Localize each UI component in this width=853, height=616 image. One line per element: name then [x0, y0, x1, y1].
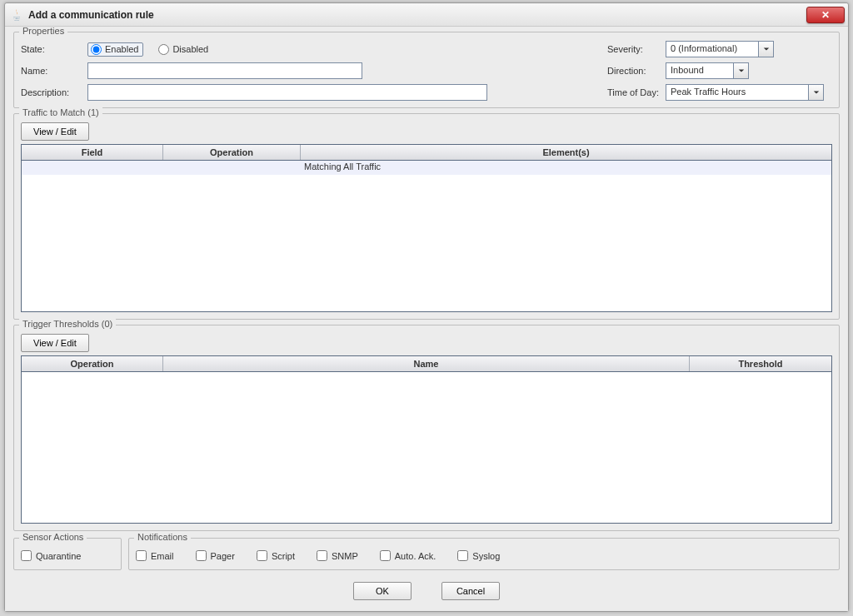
- direction-select[interactable]: Inbound: [666, 62, 749, 79]
- severity-dropdown-arrow[interactable]: [758, 42, 773, 57]
- chevron-down-icon: [813, 89, 820, 96]
- titlebar: Add a communication rule ✕: [5, 3, 848, 27]
- sensor-actions-group: Sensor Actions Quarantine: [13, 538, 122, 570]
- table-row[interactable]: Matching All Traffic: [22, 161, 831, 175]
- traffic-col-operation[interactable]: Operation: [163, 145, 301, 160]
- email-input[interactable]: [136, 550, 147, 561]
- dialog-window: Add a communication rule ✕ Properties St…: [4, 2, 849, 612]
- syslog-label: Syslog: [472, 551, 500, 561]
- client-area: Properties State: Enabled Disabled Sever…: [5, 27, 848, 611]
- notifications-group: Notifications Email Pager Script: [128, 538, 840, 570]
- quarantine-label: Quarantine: [36, 551, 81, 561]
- quarantine-checkbox[interactable]: Quarantine: [21, 550, 114, 561]
- state-disabled-label: Disabled: [172, 44, 208, 54]
- notifications-legend: Notifications: [134, 532, 191, 542]
- email-label: Email: [151, 551, 174, 561]
- timeofday-value: Peak Traffic Hours: [666, 85, 808, 100]
- chevron-down-icon: [763, 46, 770, 52]
- traffic-view-edit-button[interactable]: View / Edit: [21, 122, 89, 141]
- cell-field: [22, 161, 163, 174]
- trigger-table-body[interactable]: [22, 372, 831, 523]
- cell-elements: Matching All Traffic: [301, 161, 831, 174]
- script-checkbox[interactable]: Script: [257, 550, 295, 561]
- close-icon: ✕: [821, 10, 830, 20]
- window-title: Add a communication rule: [28, 9, 806, 21]
- trigger-table: Operation Name Threshold: [21, 355, 832, 524]
- name-input[interactable]: [87, 62, 362, 79]
- ok-button[interactable]: OK: [353, 582, 412, 600]
- description-label: Description:: [21, 87, 87, 97]
- bottom-row: Sensor Actions Quarantine Notifications …: [13, 538, 840, 575]
- traffic-legend: Traffic to Match (1): [19, 107, 102, 117]
- java-icon: [10, 8, 23, 22]
- snmp-label: SNMP: [332, 551, 358, 561]
- close-button[interactable]: ✕: [806, 7, 845, 23]
- traffic-table-header: Field Operation Element(s): [22, 145, 831, 161]
- properties-group: Properties State: Enabled Disabled Sever…: [13, 32, 840, 108]
- properties-legend: Properties: [19, 27, 67, 36]
- traffic-col-elements[interactable]: Element(s): [301, 145, 831, 160]
- email-checkbox[interactable]: Email: [136, 550, 174, 561]
- autoack-label: Auto. Ack.: [395, 551, 436, 561]
- autoack-input[interactable]: [380, 550, 391, 561]
- chevron-down-icon: [738, 67, 745, 74]
- trigger-view-edit-button[interactable]: View / Edit: [21, 334, 89, 352]
- state-disabled-radio[interactable]: Disabled: [158, 44, 208, 55]
- traffic-col-field[interactable]: Field: [22, 145, 163, 160]
- script-input[interactable]: [257, 550, 267, 561]
- traffic-table: Field Operation Element(s) Matching All …: [21, 144, 832, 312]
- traffic-table-body[interactable]: Matching All Traffic: [22, 161, 831, 311]
- traffic-group: Traffic to Match (1) View / Edit Field O…: [13, 113, 840, 320]
- cancel-button[interactable]: Cancel: [441, 582, 500, 600]
- syslog-checkbox[interactable]: Syslog: [457, 550, 500, 561]
- syslog-input[interactable]: [457, 550, 468, 561]
- pager-label: Pager: [211, 551, 235, 561]
- notifications-row: Email Pager Script SNMP: [136, 550, 832, 561]
- cell-operation: [163, 161, 301, 174]
- trigger-legend: Trigger Thresholds (0): [19, 319, 116, 329]
- state-enabled-input[interactable]: [91, 44, 102, 55]
- severity-label: Severity:: [591, 44, 666, 54]
- severity-select[interactable]: 0 (Informational): [666, 41, 774, 57]
- snmp-input[interactable]: [317, 550, 327, 561]
- timeofday-dropdown-arrow[interactable]: [808, 85, 823, 100]
- state-disabled-input[interactable]: [158, 44, 169, 55]
- timeofday-label: Time of Day:: [591, 87, 666, 97]
- trigger-col-operation[interactable]: Operation: [22, 356, 163, 371]
- timeofday-select[interactable]: Peak Traffic Hours: [666, 84, 824, 101]
- direction-label: Direction:: [591, 66, 666, 76]
- pager-input[interactable]: [196, 550, 207, 561]
- script-label: Script: [272, 551, 295, 561]
- trigger-table-header: Operation Name Threshold: [22, 356, 831, 372]
- trigger-col-threshold[interactable]: Threshold: [690, 356, 831, 371]
- dialog-buttons: OK Cancel: [13, 575, 840, 602]
- direction-dropdown-arrow[interactable]: [733, 63, 748, 78]
- description-input[interactable]: [87, 84, 487, 101]
- state-enabled-radio[interactable]: Enabled: [87, 42, 143, 57]
- trigger-col-name[interactable]: Name: [163, 356, 690, 371]
- trigger-group: Trigger Thresholds (0) View / Edit Opera…: [13, 325, 840, 531]
- severity-value: 0 (Informational): [666, 42, 758, 57]
- pager-checkbox[interactable]: Pager: [196, 550, 235, 561]
- properties-grid: State: Enabled Disabled Severity: 0 (Inf…: [21, 41, 832, 101]
- state-enabled-label: Enabled: [105, 44, 138, 54]
- quarantine-input[interactable]: [21, 550, 32, 561]
- state-label: State:: [21, 44, 87, 54]
- name-label: Name:: [21, 66, 87, 76]
- state-radios: Enabled Disabled: [87, 42, 421, 57]
- snmp-checkbox[interactable]: SNMP: [317, 550, 358, 561]
- autoack-checkbox[interactable]: Auto. Ack.: [380, 550, 436, 561]
- direction-value: Inbound: [666, 63, 733, 78]
- sensor-actions-legend: Sensor Actions: [19, 532, 87, 542]
